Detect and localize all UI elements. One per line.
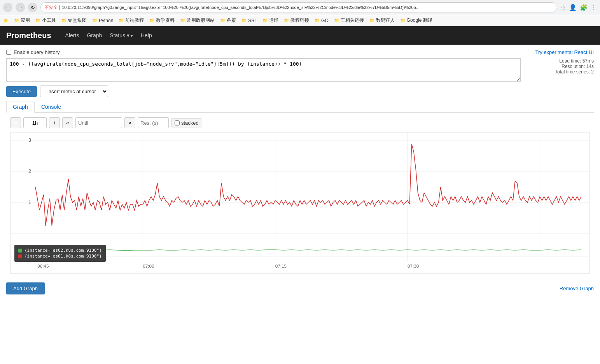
folder-icon: 📁	[61, 18, 67, 23]
bookmark-label: 车相关链接	[341, 17, 364, 24]
legend-label-green: {instance="es02.k8s.com:9100"}	[24, 248, 102, 253]
top-bar: Enable query history Try experimental Re…	[6, 49, 594, 55]
bookmark-item-0[interactable]: 📁应用	[12, 16, 32, 24]
series-red	[35, 144, 581, 226]
svg-text:07:30: 07:30	[408, 264, 419, 268]
bookmark-item-8[interactable]: 📁SSL	[239, 16, 259, 24]
legend-item-green: {instance="es02.k8s.com:9100"}	[18, 248, 102, 253]
legend-dot-green	[18, 249, 22, 253]
bookmark-item-4[interactable]: 📁前端教程	[116, 16, 146, 24]
folder-icon: 📁	[369, 18, 375, 23]
bookmark-item-10[interactable]: 📁教程链接	[282, 16, 311, 24]
enable-history-container: Enable query history	[6, 49, 60, 55]
query-area: 100 - ((avg(irate(node_cpu_seconds_total…	[6, 58, 594, 82]
folder-icon: 📁	[400, 18, 406, 23]
forward-time-button[interactable]: »	[124, 117, 135, 128]
chart-container: 3 2 1 0 06:45 07:00 07:15 07:30 {instanc…	[10, 132, 590, 274]
bookmark-item-1[interactable]: 📁小工具	[33, 16, 58, 24]
bookmark-item-13[interactable]: 📁数码狂人	[367, 16, 397, 24]
load-time: Load time: 57ms	[524, 58, 594, 64]
svg-text:2: 2	[28, 169, 31, 174]
chart-legend: {instance="es02.k8s.com:9100"} {instance…	[14, 245, 106, 262]
zoom-in-button[interactable]: +	[49, 117, 60, 128]
stacked-label[interactable]: stacked	[171, 118, 202, 127]
bookmark-item-5[interactable]: 📁教学资料	[147, 16, 177, 24]
stacked-checkbox[interactable]	[175, 120, 180, 125]
zoom-out-button[interactable]: −	[10, 117, 21, 128]
profile-icon[interactable]: 👤	[569, 4, 577, 11]
folder-icon: 📁	[241, 18, 247, 23]
bookmark-item-2[interactable]: 📁铭堂集团	[59, 16, 89, 24]
bookmark-item-12[interactable]: 📁车相关链接	[332, 16, 366, 24]
forward-button[interactable]: →	[16, 3, 25, 12]
stats-box: Load time: 57ms Resolution: 14s Total ti…	[524, 58, 594, 75]
folder-icon: 📁	[262, 18, 268, 23]
menu-icon[interactable]: ⋮	[591, 4, 597, 11]
nav-link-status[interactable]: Status ▾	[107, 31, 136, 40]
nav-link-help[interactable]: Help	[138, 31, 155, 40]
nav-link-alerts[interactable]: Alerts	[62, 31, 82, 40]
browser-chrome: ← → ↻ 不安全 | 10.0.20.11:9090/graph?g0.ran…	[0, 0, 600, 15]
app-nav: Prometheus AlertsGraphStatus ▾Help	[0, 26, 600, 45]
legend-label-red: {instance="es01.k8s.com:9100"}	[24, 254, 102, 259]
bookmark-label: GO	[321, 18, 329, 23]
bookmark-label: 运维	[269, 17, 278, 24]
bookmark-label: 常用政府网站	[187, 17, 215, 24]
tab-console[interactable]: Console	[35, 101, 68, 113]
bookmark-label: 数码狂人	[376, 17, 395, 24]
until-input[interactable]	[75, 117, 122, 128]
back-time-button[interactable]: «	[62, 117, 73, 128]
bookmark-item-3[interactable]: 📁Python	[90, 16, 115, 24]
bottom-actions: Add Graph Remove Graph	[0, 279, 600, 298]
bookmark-label: 教程链接	[290, 17, 309, 24]
bookmark-label: 教学资料	[156, 17, 175, 24]
folder-icon: 📁	[315, 18, 320, 23]
res-input[interactable]	[138, 117, 169, 128]
query-textarea[interactable]: 100 - ((avg(irate(node_cpu_seconds_total…	[6, 58, 521, 82]
back-button[interactable]: ←	[3, 3, 12, 12]
folder-icon: 📁	[334, 18, 339, 23]
add-graph-button[interactable]: Add Graph	[6, 282, 45, 294]
bookmark-label: 铭堂集团	[68, 17, 87, 24]
bookmark-label: 备案	[227, 17, 236, 24]
url-text: 10.0.20.11:9090/graph?g0.range_input=1h&…	[62, 5, 420, 10]
bookmark-item-7[interactable]: 📁备案	[218, 16, 238, 24]
bookmarks-bar: ⭐ 📁应用📁小工具📁铭堂集团📁Python📁前端教程📁教学资料📁常用政府网站📁备…	[0, 15, 600, 26]
tabs: Graph Console	[6, 101, 594, 113]
security-warning: 不安全	[45, 5, 58, 10]
total-series: Total time series: 2	[524, 69, 594, 75]
execute-button[interactable]: Execute	[6, 86, 37, 97]
folder-icon: 📁	[284, 18, 289, 23]
remove-graph-button[interactable]: Remove Graph	[560, 286, 594, 291]
react-ui-link[interactable]: Try experimental React UI	[535, 49, 594, 55]
bookmark-label: SSL	[248, 18, 257, 23]
svg-text:1: 1	[28, 200, 31, 205]
refresh-button[interactable]: ↻	[28, 3, 37, 12]
bookmark-label: 前端教程	[125, 17, 144, 24]
bookmark-label: Google 翻译	[407, 17, 432, 24]
bookmark-item-9[interactable]: 📁运维	[260, 16, 281, 24]
url-bar[interactable]: 不安全 | 10.0.20.11:9090/graph?g0.range_inp…	[40, 2, 557, 12]
metric-select[interactable]: - insert metric at cursor -	[40, 85, 108, 97]
bookmark-label: 小工具	[42, 17, 56, 24]
resolution: Resolution: 14s	[524, 64, 594, 69]
bookmark-item-14[interactable]: 📁Google 翻译	[398, 16, 435, 24]
bookmark-star-icon[interactable]: ☆	[560, 4, 566, 11]
enable-history-checkbox[interactable]	[6, 50, 11, 55]
nav-link-graph[interactable]: Graph	[84, 31, 105, 40]
extension-icon[interactable]: 🧩	[580, 4, 588, 11]
legend-item-red: {instance="es01.k8s.com:9100"}	[18, 254, 102, 259]
series-green	[35, 250, 581, 251]
folder-icon: 📁	[180, 18, 185, 23]
enable-history-label: Enable query history	[14, 49, 60, 55]
svg-text:3: 3	[28, 138, 31, 143]
folder-icon: 📁	[92, 18, 98, 23]
tab-graph[interactable]: Graph	[6, 101, 35, 113]
folder-icon: 📁	[119, 18, 124, 23]
bookmark-item-11[interactable]: 📁GO	[312, 16, 331, 24]
folder-icon: 📁	[35, 18, 41, 23]
bookmark-label: Python	[99, 18, 113, 23]
range-input[interactable]	[23, 117, 47, 128]
bookmark-item-6[interactable]: 📁常用政府网站	[178, 16, 217, 24]
bookmark-label: 应用	[21, 17, 30, 24]
